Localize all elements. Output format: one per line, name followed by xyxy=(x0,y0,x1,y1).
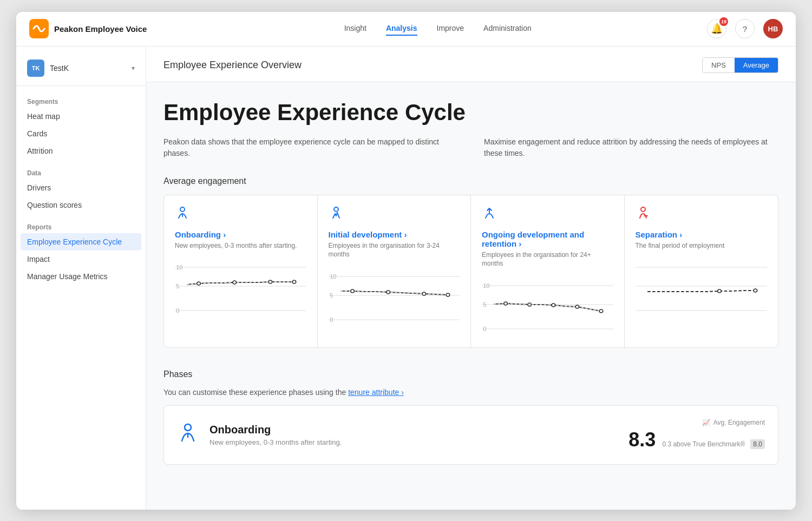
average-toggle[interactable]: Average xyxy=(735,58,778,72)
svg-text:10: 10 xyxy=(176,265,182,271)
svg-text:0: 0 xyxy=(330,317,333,323)
phase-card-onboarding[interactable]: Onboarding › New employees, 0-3 months a… xyxy=(164,195,318,348)
help-button[interactable]: ? xyxy=(735,19,755,38)
separation-desc: The final period of employment xyxy=(636,241,768,250)
intro-columns: Peakon data shows that the employee expe… xyxy=(163,136,778,159)
nav-insight[interactable]: Insight xyxy=(344,22,366,36)
user-name: TestK xyxy=(50,64,126,72)
svg-point-33 xyxy=(575,305,579,308)
phase-card-ongoing[interactable]: Ongoing development and retention › Empl… xyxy=(471,195,625,348)
tenure-attribute-link[interactable]: tenure attribute › xyxy=(348,388,404,397)
onboarding-detail-card[interactable]: Onboarding New employees, 0-3 months aft… xyxy=(163,405,778,465)
svg-text:5: 5 xyxy=(330,293,333,299)
score-toggle-group: NPS Average xyxy=(702,57,778,73)
benchmark-value: 8.0 xyxy=(750,439,765,449)
separation-chart xyxy=(636,256,768,316)
ongoing-dev-chart: 10 5 0 xyxy=(482,275,613,334)
user-avatar-button[interactable]: HB xyxy=(763,19,783,38)
sidebar-item-eec[interactable]: Employee Experience Cycle xyxy=(21,233,141,250)
intro-right: Maximise engagement and reduce attrition… xyxy=(484,136,778,159)
sidebar-item-impact[interactable]: Impact xyxy=(16,250,146,268)
avg-engagement-label: 📈 Avg. Engagement xyxy=(702,419,765,426)
svg-point-34 xyxy=(599,309,603,313)
svg-point-20 xyxy=(350,289,354,293)
app-window: Peakon Employee Voice Insight Analysis I… xyxy=(16,12,796,510)
phase-card-initial[interactable]: Initial development › Employees in the o… xyxy=(318,195,472,348)
svg-point-31 xyxy=(528,303,532,306)
svg-point-41 xyxy=(754,289,757,292)
svg-text:0: 0 xyxy=(176,308,179,314)
sidebar-item-drivers[interactable]: Drivers xyxy=(16,179,146,196)
svg-point-1 xyxy=(180,207,185,212)
ongoing-dev-icon xyxy=(482,206,613,225)
svg-point-30 xyxy=(504,302,508,305)
ongoing-dev-name: Ongoing development and retention › xyxy=(482,230,613,248)
svg-point-35 xyxy=(641,207,645,212)
reports-section-title: Reports xyxy=(16,220,146,233)
sidebar-item-attrition[interactable]: Attrition xyxy=(16,142,146,160)
svg-point-40 xyxy=(717,289,721,293)
nps-toggle[interactable]: NPS xyxy=(703,58,735,72)
phase-cards-grid: Onboarding › New employees, 0-3 months a… xyxy=(163,195,778,348)
engagement-score: 8.3 xyxy=(628,428,656,451)
content-header-title: Employee Experience Overview xyxy=(163,60,302,71)
content-header: Employee Experience Overview NPS Average xyxy=(146,47,796,82)
data-section-title: Data xyxy=(16,166,146,179)
svg-point-13 xyxy=(334,207,338,212)
sidebar-item-manager-usage[interactable]: Manager Usage Metrics xyxy=(16,268,146,285)
sidebar-user[interactable]: TK TestK ▾ xyxy=(16,55,146,86)
notification-badge: 19 xyxy=(719,17,728,26)
page-heading: Employee Experience Cycle xyxy=(163,100,778,126)
segments-section-title: Segments xyxy=(16,95,146,108)
main-content: Employee Experience Overview NPS Average… xyxy=(146,47,796,510)
onboarding-icon xyxy=(175,206,306,225)
above-benchmark-text: 0.3 above True Benchmark® xyxy=(662,440,745,448)
svg-text:10: 10 xyxy=(330,274,336,280)
onboarding-chart: 10 5 0 xyxy=(175,256,306,316)
svg-text:10: 10 xyxy=(483,283,489,289)
onboarding-detail-sub: New employees, 0-3 months after starting… xyxy=(209,438,618,446)
onboarding-detail-name: Onboarding xyxy=(209,424,618,436)
svg-point-10 xyxy=(233,281,237,284)
initial-dev-chart: 10 5 0 xyxy=(329,266,460,325)
nav-analysis[interactable]: Analysis xyxy=(386,22,417,36)
svg-point-23 xyxy=(446,293,450,296)
trending-icon: 📈 xyxy=(702,419,710,426)
logo-icon xyxy=(29,19,49,38)
question-icon: ? xyxy=(743,24,747,34)
nav-improve[interactable]: Improve xyxy=(437,22,464,36)
svg-point-12 xyxy=(292,280,296,283)
svg-point-11 xyxy=(269,280,272,283)
svg-point-21 xyxy=(386,291,390,294)
phases-section: Phases You can customise these experienc… xyxy=(163,370,778,465)
svg-point-32 xyxy=(552,304,555,307)
onboarding-desc: New employees, 0-3 months after starting… xyxy=(175,241,306,250)
sidebar-item-question-scores[interactable]: Question scores xyxy=(16,196,146,214)
initial-dev-name: Initial development › xyxy=(329,230,460,239)
nav-right: 🔔 19 ? HB xyxy=(707,19,783,38)
sidebar: TK TestK ▾ Segments Heat map Cards Attri… xyxy=(16,47,146,510)
nav-administration[interactable]: Administration xyxy=(483,22,532,36)
app-title: Peakon Employee Voice xyxy=(54,24,147,34)
separation-icon xyxy=(636,206,768,225)
initial-dev-icon xyxy=(329,206,460,225)
svg-text:5: 5 xyxy=(483,302,486,308)
onboarding-detail-stats: 📈 Avg. Engagement 8.3 0.3 above True Ben… xyxy=(628,419,765,451)
avg-engagement-title: Average engagement xyxy=(163,176,778,186)
svg-point-9 xyxy=(197,282,201,285)
separation-name: Separation › xyxy=(636,230,768,239)
chevron-down-icon: ▾ xyxy=(132,64,135,72)
notifications-button[interactable]: 🔔 19 xyxy=(707,19,726,38)
svg-point-22 xyxy=(422,292,426,295)
logo-area: Peakon Employee Voice xyxy=(29,19,147,38)
nav-links: Insight Analysis Improve Administration xyxy=(168,22,707,36)
initial-dev-desc: Employees in the organisation for 3-24 m… xyxy=(329,241,460,260)
svg-text:0: 0 xyxy=(483,326,486,332)
sidebar-item-heatmap[interactable]: Heat map xyxy=(16,108,146,125)
sidebar-item-cards[interactable]: Cards xyxy=(16,125,146,142)
phase-card-separation[interactable]: Separation › The final period of employm… xyxy=(625,195,778,348)
onboarding-detail-icon xyxy=(177,423,199,448)
user-initials: TK xyxy=(27,60,44,77)
top-nav: Peakon Employee Voice Insight Analysis I… xyxy=(16,12,796,47)
onboarding-detail-info: Onboarding New employees, 0-3 months aft… xyxy=(209,424,618,446)
